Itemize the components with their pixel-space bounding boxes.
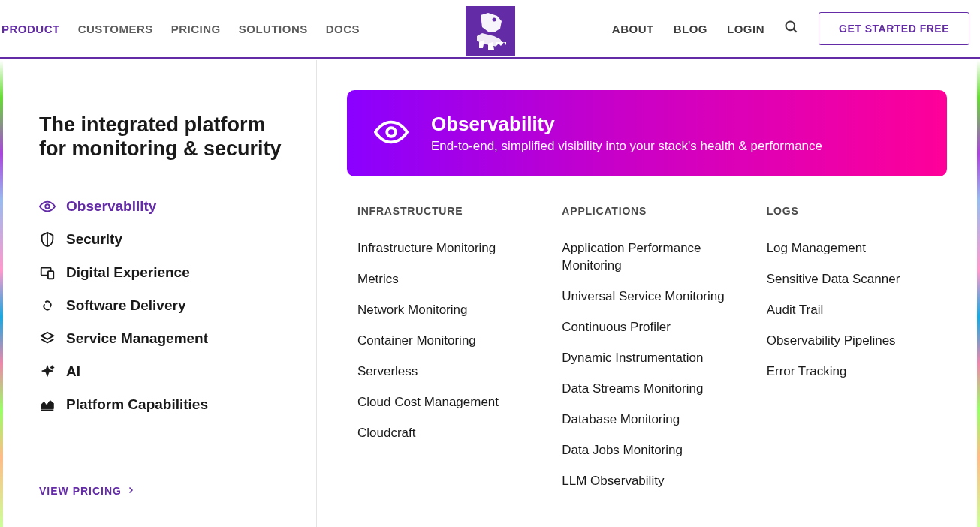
nav-item-product[interactable]: PRODUCT [2,0,60,57]
eye-icon [374,115,409,152]
link-llm-observability[interactable]: LLM Observability [562,466,742,497]
sidebar-item-platform-capabilities[interactable]: Platform Capabilities [39,388,286,421]
hero-title: Observability [431,113,822,136]
svg-marker-9 [41,333,54,339]
link-network-monitoring[interactable]: Network Monitoring [357,295,538,326]
link-continuous-profiler[interactable]: Continuous Profiler [562,312,742,343]
product-content: Observability End-to-end, simplified vis… [317,60,977,527]
nav-left-group: PRODUCT CUSTOMERS PRICING SOLUTIONS DOCS [0,0,360,57]
link-infrastructure-monitoring[interactable]: Infrastructure Monitoring [357,233,538,264]
link-cloudcraft[interactable]: Cloudcraft [357,418,538,449]
column-header: LOGS [767,205,947,217]
link-observability-pipelines[interactable]: Observability Pipelines [767,326,947,357]
sidebar-item-digital-experience[interactable]: Digital Experience [39,256,286,289]
sidebar-item-label: Software Delivery [66,297,185,314]
nav-item-solutions[interactable]: SOLUTIONS [239,0,308,57]
link-serverless[interactable]: Serverless [357,357,538,387]
link-data-jobs-monitoring[interactable]: Data Jobs Monitoring [562,435,742,466]
link-metrics[interactable]: Metrics [357,264,538,295]
product-columns: INFRASTRUCTURE Infrastructure Monitoring… [347,205,947,496]
sparkle-icon [39,363,56,380]
sidebar-item-label: Security [66,231,122,248]
svg-rect-8 [48,271,53,279]
link-data-streams-monitoring[interactable]: Data Streams Monitoring [562,374,742,405]
top-navigation: PRODUCT CUSTOMERS PRICING SOLUTIONS DOCS [0,0,980,59]
sidebar-item-label: Digital Experience [66,264,190,281]
svg-point-5 [45,204,50,209]
link-sensitive-data-scanner[interactable]: Sensitive Data Scanner [767,264,947,295]
sidebar-item-label: Service Management [66,330,208,347]
search-button[interactable] [784,20,799,38]
product-dropdown-panel: The integrated platform for monitoring &… [3,60,977,527]
brand-logo[interactable] [466,6,515,56]
nav-item-about[interactable]: ABOUT [612,0,654,57]
link-audit-trail[interactable]: Audit Trail [767,295,947,326]
hero-subtitle: End-to-end, simplified visibility into y… [431,139,822,154]
eye-icon [39,198,56,215]
sidebar-item-observability[interactable]: Observability [39,190,286,223]
svg-point-1 [492,18,496,22]
nav-item-blog[interactable]: BLOG [674,0,707,57]
nav-item-customers[interactable]: CUSTOMERS [78,0,153,57]
svg-point-11 [387,128,396,137]
sidebar-item-software-delivery[interactable]: Software Delivery [39,289,286,322]
nav-item-docs[interactable]: DOCS [326,0,360,57]
link-icon [39,297,56,314]
sidebar-item-label: AI [66,363,80,380]
column-header: APPLICATIONS [562,205,742,217]
link-container-monitoring[interactable]: Container Monitoring [357,326,538,357]
nav-item-login[interactable]: LOGIN [727,0,764,57]
sidebar-heading: The integrated platform for monitoring &… [39,113,286,161]
observability-hero-banner[interactable]: Observability End-to-end, simplified vis… [347,90,947,176]
view-pricing-link[interactable]: VIEW PRICING [39,485,286,497]
link-dynamic-instrumentation[interactable]: Dynamic Instrumentation [562,343,742,374]
get-started-button[interactable]: GET STARTED FREE [819,12,969,45]
link-database-monitoring[interactable]: Database Monitoring [562,405,742,435]
nav-right-group: ABOUT BLOG LOGIN GET STARTED FREE [612,0,977,57]
link-application-performance-monitoring[interactable]: Application Performance Monitoring [562,233,742,282]
search-icon [784,20,799,38]
column-logs: LOGS Log Management Sensitive Data Scann… [767,205,947,496]
shield-icon [39,231,56,248]
nav-item-pricing[interactable]: PRICING [171,0,221,57]
column-header: INFRASTRUCTURE [357,205,538,217]
chevron-right-icon [126,485,135,497]
decorative-strip-right [977,60,980,527]
datadog-logo-icon [466,6,515,56]
link-error-tracking[interactable]: Error Tracking [767,357,947,387]
link-cloud-cost-management[interactable]: Cloud Cost Management [357,387,538,418]
column-infrastructure: INFRASTRUCTURE Infrastructure Monitoring… [357,205,538,496]
view-pricing-label: VIEW PRICING [39,485,122,497]
svg-point-3 [786,22,795,31]
sidebar-item-label: Observability [66,198,156,215]
chart-icon [39,396,56,413]
link-universal-service-monitoring[interactable]: Universal Service Monitoring [562,282,742,312]
column-applications: APPLICATIONS Application Performance Mon… [562,205,742,496]
sidebar-item-label: Platform Capabilities [66,396,208,413]
sidebar-item-service-management[interactable]: Service Management [39,322,286,355]
link-log-management[interactable]: Log Management [767,233,947,264]
stack-icon [39,330,56,347]
sidebar-item-ai[interactable]: AI [39,355,286,388]
product-sidebar: The integrated platform for monitoring &… [3,60,317,527]
svg-line-4 [794,29,797,32]
hero-text: Observability End-to-end, simplified vis… [431,113,822,154]
device-icon [39,264,56,281]
sidebar-item-security[interactable]: Security [39,223,286,256]
